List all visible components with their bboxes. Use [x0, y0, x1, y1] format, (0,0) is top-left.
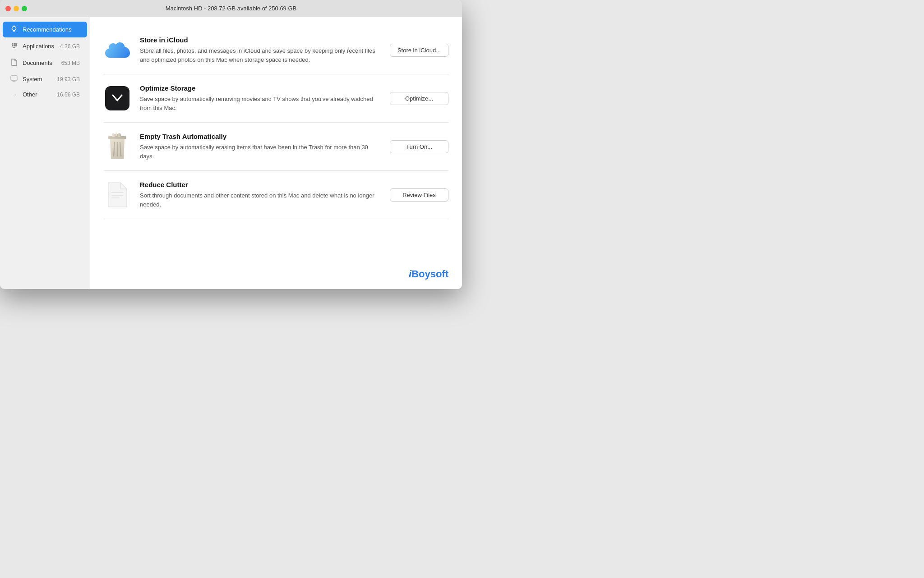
iboysoft-watermark: iBoysoft — [409, 268, 448, 280]
svg-rect-8 — [108, 136, 126, 139]
appletv-icon — [104, 85, 131, 112]
icloud-content: Store in iCloud Store all files, photos,… — [140, 36, 381, 64]
svg-rect-5 — [11, 76, 17, 80]
trash-title: Empty Trash Automatically — [140, 133, 381, 140]
sidebar-item-applications[interactable]: Applications 4.36 GB — [3, 38, 87, 54]
traffic-lights — [5, 6, 27, 11]
icloud-title: Store in iCloud — [140, 36, 381, 44]
lightbulb-icon — [10, 25, 18, 34]
sidebar: Recommendations Applications 4.36 GB — [0, 17, 90, 289]
trash-description: Save space by automatically erasing item… — [140, 143, 381, 161]
svg-rect-2 — [14, 32, 15, 32]
minimize-button[interactable] — [14, 6, 19, 11]
sidebar-item-recommendations[interactable]: Recommendations — [3, 22, 87, 37]
recommendation-icloud: Store in iCloud Store all files, photos,… — [104, 26, 448, 74]
appletv-icon-graphic — [105, 86, 129, 110]
optimize-title: Optimize Storage — [140, 84, 381, 92]
documents-icon — [10, 59, 18, 67]
clutter-title: Reduce Clutter — [140, 181, 381, 188]
clutter-description: Sort through documents and other content… — [140, 191, 381, 209]
sidebar-item-size-system: 19.93 GB — [57, 76, 80, 83]
close-button[interactable] — [5, 6, 11, 11]
recommendation-clutter: Reduce Clutter Sort through documents an… — [104, 171, 448, 219]
sidebar-item-size-documents: 653 MB — [61, 60, 80, 66]
content-area: Store in iCloud Store all files, photos,… — [90, 17, 462, 289]
svg-rect-15 — [116, 133, 117, 136]
paper-icon — [104, 181, 131, 208]
sidebar-item-label-system: System — [23, 76, 52, 83]
trash-icon — [104, 133, 131, 160]
svg-point-0 — [12, 27, 16, 31]
icloud-description: Store all files, photos, and messages in… — [140, 46, 381, 64]
clutter-content: Reduce Clutter Sort through documents an… — [140, 181, 381, 209]
svg-rect-13 — [112, 133, 115, 137]
window-title: Macintosh HD - 208.72 GB available of 25… — [166, 5, 297, 12]
sidebar-item-system[interactable]: System 19.93 GB — [3, 72, 87, 87]
sidebar-item-size-other: 16.56 GB — [57, 92, 80, 98]
optimize-description: Save space by automatically removing mov… — [140, 95, 381, 112]
review-files-button[interactable]: Review Files — [390, 188, 448, 202]
maximize-button[interactable] — [22, 6, 27, 11]
sidebar-item-size-applications: 4.36 GB — [60, 43, 80, 50]
sidebar-item-other[interactable]: ··· Other 16.56 GB — [3, 87, 87, 101]
main-container: Recommendations Applications 4.36 GB — [0, 17, 462, 289]
applications-icon — [10, 42, 18, 50]
svg-rect-14 — [118, 133, 120, 137]
sidebar-item-label-recommendations: Recommendations — [23, 26, 80, 33]
optimize-content: Optimize Storage Save space by automatic… — [140, 84, 381, 112]
sidebar-item-label-documents: Documents — [23, 60, 57, 66]
title-bar: Macintosh HD - 208.72 GB available of 25… — [0, 0, 462, 17]
recommendation-trash: Empty Trash Automatically Save space by … — [104, 123, 448, 171]
sidebar-item-label-applications: Applications — [23, 43, 55, 50]
other-icon: ··· — [10, 92, 18, 98]
optimize-button[interactable]: Optimize... — [390, 92, 448, 105]
store-in-icloud-button[interactable]: Store in iCloud... — [390, 44, 448, 57]
trash-content: Empty Trash Automatically Save space by … — [140, 133, 381, 161]
sidebar-item-documents[interactable]: Documents 653 MB — [3, 55, 87, 71]
recommendation-optimize: Optimize Storage Save space by automatic… — [104, 74, 448, 123]
system-icon — [10, 75, 18, 83]
turn-on-button[interactable]: Turn On... — [390, 140, 448, 153]
watermark-rest: Boysoft — [411, 268, 448, 280]
sidebar-item-label-other: Other — [23, 91, 52, 98]
icloud-icon — [104, 37, 131, 64]
